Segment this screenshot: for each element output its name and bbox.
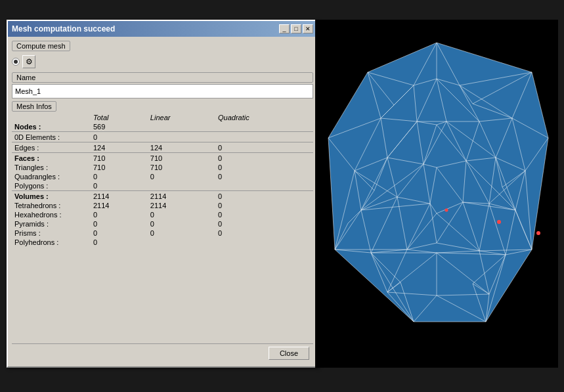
window-title: Mesh computation succeed [12,24,115,33]
table-row: Polyhedrons :0 [12,238,313,247]
table-row: Quadrangles :000 [12,172,313,181]
table-header-row: Total Linear Quadratic [12,113,313,122]
row-total: 0 [91,210,148,219]
table-row: Nodes :569 [12,122,313,132]
row-linear: 0 [148,172,215,181]
row-label: Volumes : [12,191,91,202]
row-label: Tetrahedrons : [12,201,91,210]
row-label: Hexahedrons : [12,210,91,219]
mesh-svg: Z X [315,20,558,368]
compute-mesh-label[interactable]: Compute mesh [12,41,70,51]
name-label: Name [12,72,313,83]
table-row: Volumes :211421140 [12,191,313,202]
row-linear [148,122,215,132]
row-quadratic: 0 [215,201,313,210]
row-label: 0D Elements : [12,132,91,142]
name-input[interactable] [12,84,313,98]
row-total: 0 [91,132,148,142]
row-total: 0 [91,181,148,191]
mesh-infos-label: Mesh Infos [12,101,56,112]
row-linear [148,132,215,142]
mesh-info-table: Total Linear Quadratic Nodes :5690D Elem… [12,113,313,247]
row-label: Polygons : [12,181,91,191]
gear-button[interactable]: ⚙ [22,55,35,68]
row-label: Triangles : [12,163,91,172]
dialog-window: Mesh computation succeed _ □ ✕ Compute m… [7,20,318,368]
row-linear [148,181,215,191]
row-linear: 710 [148,163,215,172]
row-total: 569 [91,122,148,132]
row-quadratic: 0 [215,219,313,229]
row-quadratic: 0 [215,172,313,181]
row-linear: 0 [148,229,215,238]
col-linear-header: Linear [148,113,215,122]
table-row: Triangles :7107100 [12,163,313,172]
row-quadratic [215,238,313,247]
radio-button[interactable] [12,58,20,66]
svg-point-154 [497,220,501,224]
row-linear [148,238,215,247]
title-bar-buttons: _ □ ✕ [279,24,313,33]
dialog-content: Compute mesh ⚙ Name Mesh Infos Total Lin [8,37,317,366]
row-quadratic [215,132,313,142]
row-linear: 2114 [148,201,215,210]
close-button[interactable]: Close [269,347,309,360]
row-linear: 124 [148,142,215,153]
row-total: 0 [91,238,148,247]
row-quadratic: 0 [215,142,313,153]
row-total: 710 [91,163,148,172]
row-label: Pyramids : [12,219,91,229]
table-row: Hexahedrons :000 [12,210,313,219]
table-row: Edges :1241240 [12,142,313,153]
radio-button-inner [14,60,18,64]
row-linear: 710 [148,153,215,163]
row-quadratic: 0 [215,191,313,202]
bottom-bar: Close [12,343,313,362]
compute-mesh-section: Compute mesh [12,41,313,51]
row-quadratic: 0 [215,163,313,172]
row-label: Faces : [12,153,91,163]
row-total: 710 [91,153,148,163]
table-row: Pyramids :000 [12,219,313,229]
row-quadratic [215,122,313,132]
row-label: Edges : [12,142,91,153]
col-quadratic-header: Quadratic [215,113,313,122]
row-label: Prisms : [12,229,91,238]
mesh-infos-section: Mesh Infos Total Linear Quadratic Nodes … [12,101,313,341]
row-total: 0 [91,229,148,238]
row-quadratic: 0 [215,229,313,238]
row-label: Quadrangles : [12,172,91,181]
row-quadratic: 0 [215,210,313,219]
table-row: 0D Elements :0 [12,132,313,142]
row-label: Polyhedrons : [12,238,91,247]
maximize-button[interactable]: □ [291,24,301,33]
row-total: 0 [91,172,148,181]
row-label: Nodes : [12,122,91,132]
table-row: Prisms :000 [12,229,313,238]
row-linear: 2114 [148,191,215,202]
row-total: 2114 [91,201,148,210]
table-row: Polygons :0 [12,181,313,191]
row-linear: 0 [148,210,215,219]
mesh-viewport: Z X [315,20,558,368]
col-label-header [12,113,91,122]
toolbar-row: ⚙ [12,54,313,70]
window-close-button[interactable]: ✕ [303,24,313,33]
row-total: 124 [91,142,148,153]
row-linear: 0 [148,219,215,229]
row-quadratic [215,181,313,191]
minimize-button[interactable]: _ [279,24,290,33]
table-row: Faces :7107100 [12,153,313,163]
row-quadratic: 0 [215,153,313,163]
table-row: Tetrahedrons :211421140 [12,201,313,210]
title-bar: Mesh computation succeed _ □ ✕ [8,21,317,37]
row-total: 0 [91,219,148,229]
name-section: Name [12,72,313,98]
svg-point-156 [445,209,448,212]
svg-point-155 [536,231,540,235]
col-total-header: Total [91,113,148,122]
row-total: 2114 [91,191,148,202]
